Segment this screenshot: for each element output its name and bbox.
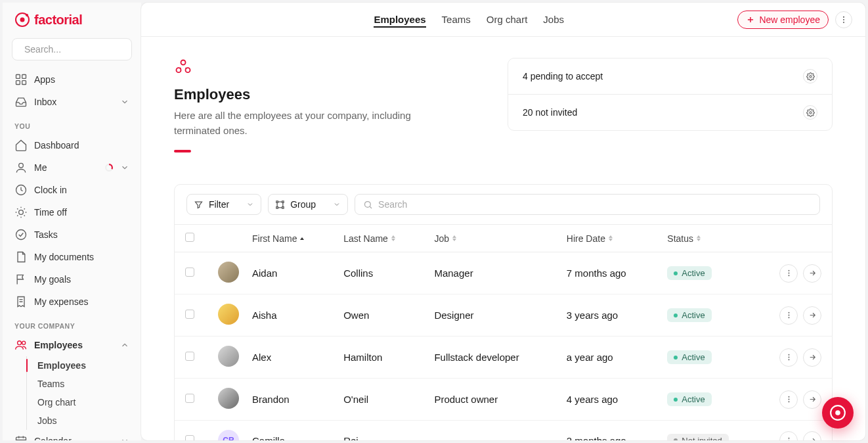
more-vertical-icon <box>785 395 793 404</box>
row-open-button[interactable] <box>803 264 821 283</box>
col-job[interactable]: Job <box>423 225 555 252</box>
tab-org-chart[interactable]: Org chart <box>487 5 528 34</box>
nav-clock-in[interactable]: Clock in <box>9 179 135 201</box>
table-row[interactable]: Alex Hamilton Fullstack developer a year… <box>175 337 832 379</box>
cell-job: Manager <box>423 252 555 294</box>
check-circle-icon <box>14 228 28 241</box>
table-row[interactable]: Brandon O'neil Product owner 4 years ago… <box>175 379 832 421</box>
row-checkbox[interactable] <box>185 268 194 277</box>
chevron-down-icon <box>120 436 129 440</box>
svg-point-34 <box>788 275 789 276</box>
table-row[interactable]: CR Camilla Rei - 2 months ago Not invite… <box>175 421 832 441</box>
topbar-more-button[interactable] <box>835 11 852 28</box>
help-fab[interactable] <box>822 397 854 429</box>
row-more-button[interactable] <box>779 306 798 325</box>
nav-label: My expenses <box>34 296 129 307</box>
nav-time-off[interactable]: Time off <box>9 201 135 223</box>
svg-rect-27 <box>282 200 284 202</box>
global-search[interactable]: ⌘K <box>12 38 132 60</box>
subnav-jobs[interactable]: Jobs <box>27 411 135 430</box>
nav-my-documents[interactable]: My documents <box>9 246 135 268</box>
row-open-button[interactable] <box>803 306 821 325</box>
more-vertical-icon <box>785 436 793 441</box>
table-row[interactable]: Aisha Owen Designer 3 years ago Active <box>175 294 832 337</box>
table-search[interactable] <box>355 194 820 215</box>
table-search-input[interactable] <box>378 199 812 210</box>
nav-label: Dashboard <box>34 140 129 151</box>
sort-asc-icon <box>300 237 304 240</box>
home-icon <box>14 139 28 152</box>
row-more-button[interactable] <box>779 390 798 409</box>
row-checkbox[interactable] <box>185 435 194 441</box>
title-underline <box>174 150 191 152</box>
select-all-checkbox[interactable] <box>185 233 194 242</box>
cell-job: Product owner <box>423 379 555 421</box>
group-button[interactable]: Group <box>268 194 348 215</box>
search-input[interactable] <box>24 44 139 55</box>
nav-my-goals[interactable]: My goals <box>9 268 135 291</box>
cell-last-name: O'neil <box>333 379 423 421</box>
row-open-button[interactable] <box>803 348 821 367</box>
pending-settings-button[interactable] <box>803 69 817 83</box>
cell-first-name: Aidan <box>242 252 333 294</box>
search-icon <box>363 200 373 210</box>
svg-point-42 <box>788 399 789 400</box>
col-hire-date[interactable]: Hire Date <box>556 225 657 252</box>
nav-me[interactable]: Me <box>9 156 135 179</box>
nav-my-expenses[interactable]: My expenses <box>9 291 135 313</box>
status-not-invited[interactable]: 20 not invited <box>508 94 832 130</box>
tab-teams[interactable]: Teams <box>442 5 471 34</box>
subnav-org-chart[interactable]: Org chart <box>27 393 135 411</box>
row-more-button[interactable] <box>779 431 798 440</box>
nav-inbox[interactable]: Inbox <box>9 91 135 113</box>
svg-rect-28 <box>276 206 278 208</box>
subnav-employees[interactable]: Employees <box>27 356 135 375</box>
status-badge: Active <box>667 392 711 406</box>
row-open-button[interactable] <box>803 390 821 409</box>
svg-point-45 <box>788 440 789 440</box>
tab-employees[interactable]: Employees <box>374 5 425 34</box>
nav-employees[interactable]: Employees <box>9 334 135 356</box>
row-checkbox[interactable] <box>185 394 194 403</box>
chevron-down-icon <box>333 200 341 208</box>
filter-button[interactable]: Filter <box>186 194 261 215</box>
svg-point-19 <box>843 18 844 20</box>
subnav-teams[interactable]: Teams <box>27 375 135 393</box>
receipt-icon <box>14 295 28 308</box>
logo[interactable]: factorial <box>14 12 129 28</box>
new-employee-button[interactable]: New employee <box>737 11 829 29</box>
apps-icon <box>14 73 28 86</box>
row-checkbox[interactable] <box>185 310 194 319</box>
avatar: CR <box>218 430 239 440</box>
not-invited-settings-button[interactable] <box>803 105 817 120</box>
svg-line-31 <box>370 206 372 208</box>
sun-icon <box>14 206 28 219</box>
tab-jobs[interactable]: Jobs <box>543 5 564 34</box>
nav-calendar[interactable]: Calendar <box>9 430 135 440</box>
arrow-right-icon <box>808 353 817 361</box>
svg-point-30 <box>365 201 371 207</box>
row-checkbox[interactable] <box>185 352 194 361</box>
svg-rect-8 <box>22 81 26 85</box>
svg-point-14 <box>16 230 26 240</box>
nav-apps[interactable]: Apps <box>9 68 135 91</box>
more-vertical-icon <box>785 353 793 361</box>
cell-last-name: Collins <box>333 252 423 294</box>
col-status[interactable]: Status <box>657 225 760 252</box>
col-first-name[interactable]: First Name <box>242 225 333 252</box>
sort-icon <box>609 235 613 241</box>
row-open-button[interactable] <box>803 431 821 440</box>
nav-dashboard[interactable]: Dashboard <box>9 134 135 156</box>
status-pending[interactable]: 4 pending to accept <box>508 58 832 94</box>
status-pending-text: 4 pending to accept <box>523 71 603 82</box>
row-more-button[interactable] <box>779 264 798 283</box>
nav-tasks[interactable]: Tasks <box>9 223 135 246</box>
svg-point-39 <box>788 357 789 358</box>
row-more-button[interactable] <box>779 348 798 367</box>
plus-icon <box>746 15 755 24</box>
col-last-name[interactable]: Last Name <box>333 225 423 252</box>
sidebar: factorial ⌘K Apps Inbox YOU Dashboard Me <box>3 3 141 440</box>
nav-label: My goals <box>34 274 129 285</box>
svg-rect-29 <box>282 206 284 208</box>
table-row[interactable]: Aidan Collins Manager 7 months ago Activ… <box>175 252 832 294</box>
